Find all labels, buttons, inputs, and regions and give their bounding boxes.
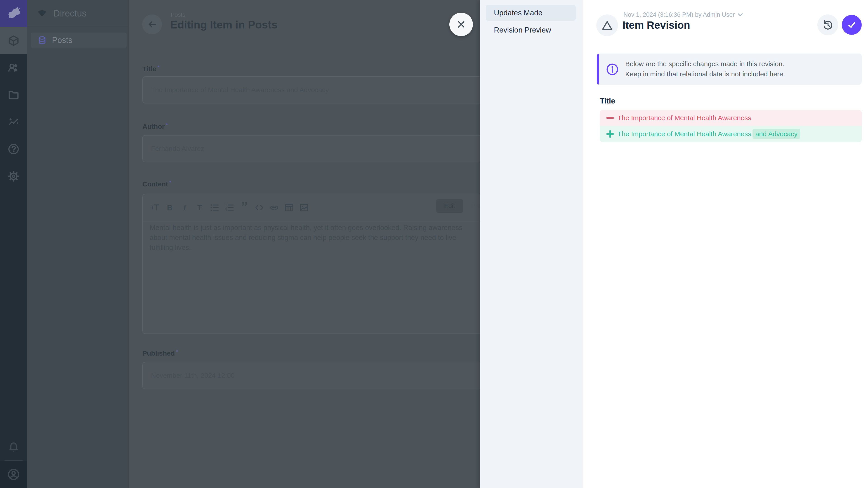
drawer-tab-updates-made[interactable]: Updates Made [486, 5, 576, 21]
database-icon [37, 35, 47, 45]
diff-field-label: Title [600, 97, 615, 105]
help-icon [8, 143, 20, 155]
settings-icon [8, 170, 20, 182]
notice-text: Below are the specific changes made in t… [625, 59, 785, 79]
module-settings[interactable] [0, 163, 27, 190]
heading-icon[interactable]: TT [150, 202, 160, 213]
app-screen: Directus Posts Posts Editing Item in Pos… [0, 0, 868, 488]
revision-drawer: Updates Made Revision Preview Nov 1, 202… [480, 0, 868, 488]
plus-icon [606, 130, 614, 138]
box-icon [8, 35, 20, 46]
required-mark: * [158, 65, 159, 70]
author-input[interactable] [143, 135, 488, 162]
module-insights[interactable] [0, 108, 27, 135]
insights-icon [8, 116, 20, 128]
module-content[interactable] [0, 27, 27, 54]
drawer-nav: Updates Made Revision Preview [480, 0, 583, 488]
rabbit-logo-icon [5, 5, 22, 22]
sidebar-item-label: Posts [52, 35, 72, 45]
italic-icon[interactable]: I [180, 202, 190, 213]
editor-toolbar: TT B I T 123 ” [143, 194, 488, 221]
published-input[interactable] [143, 362, 488, 389]
diff-removed-row: The Importance of Mental Health Awarenes… [600, 110, 862, 126]
required-mark: * [176, 349, 178, 354]
drawer-tab-revision-preview[interactable]: Revision Preview [486, 22, 576, 38]
user-menu-button[interactable] [0, 461, 27, 488]
diff-added-highlight: and Advocacy [752, 129, 800, 139]
module-help[interactable] [0, 135, 27, 163]
editor-mode-edit-button[interactable]: Edit [436, 199, 463, 213]
notifications-button[interactable] [0, 433, 27, 461]
chevron-down-icon [738, 13, 743, 17]
check-icon [846, 20, 857, 30]
notice-accent-bar [597, 54, 599, 85]
revision-meta[interactable]: Nov 1, 2024 (3:16:36 PM) by Admin User [623, 11, 743, 18]
strikethrough-icon[interactable]: T [194, 202, 205, 213]
nav-panel: Directus Posts [27, 0, 129, 488]
arrow-left-icon [147, 19, 158, 30]
required-mark: * [166, 122, 168, 127]
fan-icon [37, 8, 48, 19]
required-mark: * [169, 180, 171, 185]
folder-icon [8, 89, 20, 101]
bold-icon[interactable]: B [164, 202, 175, 213]
people-icon [8, 62, 20, 74]
confirm-button[interactable] [842, 15, 862, 35]
close-icon [456, 20, 466, 29]
module-bar [0, 0, 27, 488]
module-users[interactable] [0, 54, 27, 81]
project-name: Directus [53, 8, 87, 19]
sidebar-item-posts[interactable]: Posts [31, 33, 127, 48]
markdown-editor: TT B I T 123 ” [143, 194, 488, 334]
author-field-label: Author* [143, 122, 168, 130]
triangle-icon [601, 20, 613, 31]
title-field-label: Title* [143, 65, 159, 73]
bullet-list-icon[interactable] [209, 202, 220, 213]
back-button[interactable] [142, 14, 162, 34]
published-field-label: Published* [143, 349, 178, 357]
table-icon[interactable] [284, 202, 294, 213]
minus-icon [606, 114, 614, 122]
info-notice: Below are the specific changes made in t… [597, 54, 862, 85]
content-field-label: Content* [143, 180, 171, 188]
user-circle-icon [7, 468, 20, 481]
svg-text:3: 3 [225, 209, 227, 212]
bell-icon [8, 441, 20, 453]
revert-button[interactable] [817, 14, 838, 35]
drawer-title: Item Revision [622, 19, 690, 31]
breadcrumb[interactable]: Posts [170, 11, 185, 18]
numbered-list-icon[interactable]: 123 [224, 202, 235, 213]
image-icon[interactable] [299, 202, 309, 213]
diff-added-row: The Importance of Mental Health Awarenes… [600, 126, 862, 142]
drawer-close-button[interactable] [450, 13, 473, 36]
page-title: Editing Item in Posts [170, 19, 278, 31]
diff-added-text: The Importance of Mental Health Awarenes… [618, 130, 800, 138]
main-content: Posts Editing Item in Posts Title* Autho… [129, 0, 488, 488]
link-icon[interactable] [269, 202, 279, 213]
blockquote-icon[interactable]: ” [239, 202, 250, 213]
info-icon [606, 63, 619, 76]
content-editor-body[interactable]: Mental health is just as important as ph… [150, 223, 475, 253]
project-header[interactable]: Directus [27, 0, 129, 27]
drawer-content: Nov 1, 2024 (3:16:36 PM) by Admin User I… [583, 0, 868, 488]
directus-logo[interactable] [0, 0, 27, 27]
module-files[interactable] [0, 81, 27, 108]
diff-removed-text: The Importance of Mental Health Awarenes… [618, 114, 751, 122]
history-icon [822, 19, 834, 31]
title-input[interactable] [143, 76, 488, 103]
code-icon[interactable] [254, 202, 265, 213]
revision-type-button[interactable] [596, 14, 618, 36]
